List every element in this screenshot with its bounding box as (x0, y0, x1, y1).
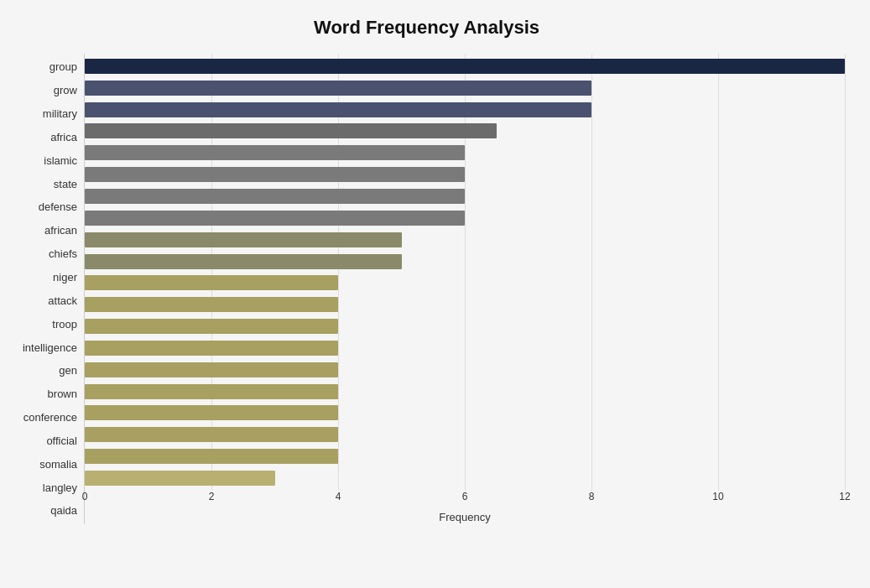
y-label: african (44, 221, 77, 240)
bar (85, 123, 497, 138)
x-tick: 10 (712, 491, 723, 502)
bar (85, 145, 465, 160)
y-label: state (54, 174, 77, 193)
bar (85, 297, 338, 312)
grid-line (845, 54, 846, 491)
bar-row (85, 403, 845, 422)
bar-row (85, 295, 845, 314)
y-label: intelligence (23, 338, 77, 356)
bar (85, 427, 338, 442)
y-label: defense (39, 198, 77, 216)
bar (85, 81, 591, 96)
chart-area: groupgrowmilitaryafricaislamicstatedefen… (8, 54, 845, 524)
bar-row (85, 425, 845, 444)
x-tick: 6 (462, 491, 468, 502)
plot-area: 024681012 Frequency (84, 54, 845, 524)
bar-row (85, 209, 845, 227)
chart-container: Word Frequency Analysis groupgrowmilitar… (0, 0, 870, 588)
x-axis: 024681012 Frequency (85, 491, 845, 524)
y-label: official (46, 431, 77, 450)
bar (85, 449, 338, 464)
y-label: gen (59, 362, 77, 380)
x-axis-label: Frequency (85, 511, 845, 523)
bar (85, 362, 338, 377)
bar (85, 102, 591, 117)
bar-row (85, 165, 845, 184)
y-label: islamic (44, 151, 77, 169)
y-label: somalia (39, 455, 77, 473)
x-tick: 12 (839, 491, 850, 502)
bar-row (85, 79, 845, 97)
bar (85, 211, 465, 226)
x-tick: 0 (82, 491, 88, 502)
bar (85, 405, 338, 420)
y-label: chiefs (49, 245, 77, 263)
bar-row (85, 101, 845, 119)
bar (85, 275, 338, 290)
bar-row (85, 447, 845, 466)
bar-row (85, 143, 845, 162)
y-label: niger (53, 268, 77, 287)
y-label: conference (23, 408, 77, 427)
bar-row (85, 361, 845, 379)
bar-row (85, 317, 845, 336)
bar-row (85, 382, 845, 401)
y-axis: groupgrowmilitaryafricaislamicstatedefen… (8, 54, 84, 524)
bar-row (85, 122, 845, 140)
bar (85, 254, 402, 269)
y-label: attack (48, 291, 77, 310)
bar (85, 232, 402, 247)
y-label: troop (52, 315, 77, 333)
y-label: brown (48, 385, 77, 403)
bar (85, 189, 465, 204)
x-tick: 8 (589, 491, 595, 502)
bar (85, 384, 338, 399)
bar (85, 167, 465, 182)
y-label: grow (54, 81, 77, 100)
y-label: langley (43, 478, 77, 497)
y-label: qaida (50, 502, 77, 520)
bar (85, 471, 275, 486)
x-tick: 2 (209, 491, 215, 502)
x-tick: 4 (336, 491, 341, 502)
bar-row (85, 252, 845, 271)
bar-row (85, 57, 845, 75)
chart-title: Word Frequency Analysis (8, 17, 845, 39)
bar-row (85, 339, 845, 357)
y-label: group (49, 58, 77, 76)
y-label: africa (50, 127, 77, 146)
bar (85, 319, 338, 334)
bar-row (85, 231, 845, 249)
bar-row (85, 273, 845, 292)
y-label: military (43, 105, 77, 123)
bar-row (85, 187, 845, 206)
bars-container (85, 54, 845, 491)
bar-row (85, 469, 845, 487)
bar (85, 341, 338, 356)
bar (85, 59, 845, 74)
